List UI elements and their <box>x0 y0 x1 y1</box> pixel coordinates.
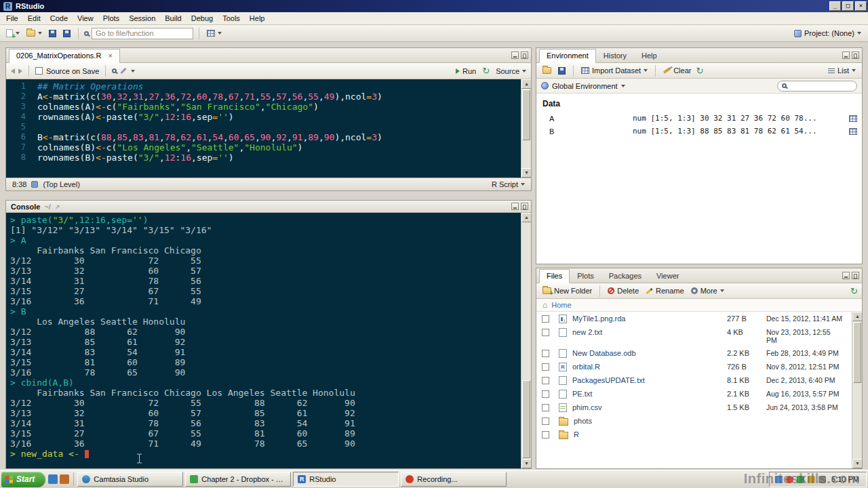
tab-packages[interactable]: Packages <box>601 269 649 283</box>
file-checkbox[interactable] <box>542 390 549 398</box>
new-folder-button[interactable]: New Folder <box>540 285 594 296</box>
menu-tools[interactable]: Tools <box>218 13 245 24</box>
file-checkbox[interactable] <box>542 350 549 357</box>
file-row[interactable]: R <box>536 428 852 441</box>
file-row[interactable]: phim.csv1.5 KBJun 24, 2013, 3:58 PM <box>536 401 852 414</box>
back-icon[interactable] <box>11 68 15 74</box>
file-name[interactable]: PackagesUPDATE.txt <box>572 376 727 384</box>
scroll-down-icon[interactable]: ▼ <box>852 459 862 468</box>
panes-layout-button[interactable] <box>205 28 224 38</box>
file-checkbox[interactable] <box>542 404 549 411</box>
minimize-pane-icon[interactable] <box>842 272 850 279</box>
tab-plots[interactable]: Plots <box>570 269 601 283</box>
goto-file-input[interactable] <box>92 28 193 39</box>
tab-environment[interactable]: Environment <box>539 49 596 63</box>
menu-edit[interactable]: Edit <box>23 13 45 24</box>
window-close-button[interactable]: × <box>855 1 867 11</box>
file-row[interactable]: PackagesUPDATE.txt8.1 KBDec 2, 2013, 6:4… <box>536 373 852 387</box>
file-name[interactable]: PE.txt <box>572 390 727 398</box>
file-checkbox[interactable] <box>542 329 549 336</box>
file-checkbox[interactable] <box>542 418 549 425</box>
global-environment-selector[interactable]: Global Environment <box>552 82 618 90</box>
close-tab-icon[interactable]: × <box>108 52 112 60</box>
open-file-button[interactable] <box>24 28 44 38</box>
file-name[interactable]: MyTile1.png.rda <box>572 314 727 323</box>
file-row[interactable]: MyTile1.png.rda277 BDec 15, 2012, 11:41 … <box>536 312 852 325</box>
scroll-down-icon[interactable]: ▼ <box>521 459 531 468</box>
tab-help[interactable]: Help <box>634 49 665 63</box>
file-row[interactable]: orbital.R726 BNov 8, 2012, 12:51 PM <box>536 360 852 373</box>
minimize-pane-icon[interactable] <box>842 52 850 59</box>
refresh-icon[interactable]: ↻ <box>696 66 703 75</box>
window-minimize-button[interactable]: _ <box>829 1 841 11</box>
save-button[interactable] <box>47 28 58 39</box>
scroll-up-icon[interactable]: ▲ <box>521 79 531 89</box>
taskbar-button-rstudio[interactable]: RStudio <box>293 472 399 487</box>
list-view-button[interactable]: List <box>826 65 858 76</box>
tab-files[interactable]: Files <box>539 269 570 283</box>
clear-button[interactable]: Clear <box>661 65 693 76</box>
more-button[interactable]: More <box>689 285 726 296</box>
menu-debug[interactable]: Debug <box>186 13 218 24</box>
scroll-up-icon[interactable]: ▲ <box>852 312 862 321</box>
view-data-icon[interactable] <box>849 128 857 135</box>
file-name[interactable]: orbital.R <box>572 363 727 371</box>
open-in-window-icon[interactable]: ↗ <box>55 203 60 210</box>
scope-selector[interactable]: (Top Level) <box>43 180 79 188</box>
menu-session[interactable]: Session <box>124 13 160 24</box>
tab-history[interactable]: History <box>596 49 634 63</box>
import-dataset-button[interactable]: Import Dataset <box>579 65 650 76</box>
file-name[interactable]: New Database.odb <box>572 349 727 357</box>
project-selector[interactable]: Project: (None) <box>794 29 864 37</box>
scrollbar-thumb[interactable] <box>522 89 530 140</box>
scrollbar-thumb[interactable] <box>522 380 530 458</box>
source-button[interactable]: Source <box>496 67 526 75</box>
file-row[interactable]: PE.txt2.1 KBAug 16, 2013, 5:57 PM <box>536 387 852 401</box>
console-scrollbar[interactable]: ▲ ▼ <box>521 213 531 468</box>
find-icon[interactable] <box>112 68 117 73</box>
code-tools-icon[interactable] <box>120 67 127 75</box>
files-scrollbar[interactable]: ▲ ▼ <box>852 312 862 468</box>
scroll-up-icon[interactable]: ▲ <box>521 213 531 222</box>
file-row[interactable]: new 2.txt4 KBNov 23, 2013, 12:55 PM <box>536 325 852 346</box>
file-name[interactable]: R <box>574 430 728 439</box>
menu-view[interactable]: View <box>73 13 98 24</box>
maximize-pane-icon[interactable] <box>521 203 528 210</box>
env-object-row[interactable]: Bnum [1:5, 1:3] 88 85 83 81 78 62 61 54.… <box>536 125 862 138</box>
source-on-save-checkbox[interactable] <box>35 67 43 75</box>
minimize-pane-icon[interactable] <box>511 203 519 210</box>
rename-button[interactable]: Rename <box>644 285 686 296</box>
run-button[interactable]: Run <box>456 67 476 75</box>
file-name[interactable]: phim.csv <box>572 403 727 411</box>
file-checkbox[interactable] <box>542 377 549 384</box>
menu-code[interactable]: Code <box>45 13 73 24</box>
file-checkbox[interactable] <box>542 431 549 439</box>
env-object-row[interactable]: Anum [1:5, 1:3] 30 32 31 27 36 72 60 78.… <box>536 112 862 125</box>
file-checkbox[interactable] <box>542 315 549 323</box>
view-data-icon[interactable] <box>849 115 857 122</box>
save-all-button[interactable] <box>61 28 73 39</box>
file-row[interactable]: New Database.odb2.2 KBFeb 28, 2013, 4:49… <box>536 346 852 360</box>
load-workspace-button[interactable] <box>540 66 553 75</box>
menu-plots[interactable]: Plots <box>98 13 124 24</box>
taskbar-button-recording[interactable]: Recording... <box>401 472 507 487</box>
start-button[interactable]: Start <box>1 472 45 487</box>
editor-tab[interactable]: 0206_MatrixOperations.R × <box>9 49 120 63</box>
window-maximize-button[interactable]: □ <box>842 1 854 11</box>
taskbar-button-camtasia[interactable]: Camtasia Studio <box>77 472 183 487</box>
scroll-down-icon[interactable]: ▼ <box>521 168 531 178</box>
new-file-button[interactable] <box>4 28 22 39</box>
refresh-icon[interactable]: ↻ <box>850 287 858 296</box>
filetype-selector[interactable]: R Script <box>492 180 525 188</box>
quick-launch-icon[interactable] <box>48 474 58 484</box>
editor-scrollbar[interactable]: ▲ ▼ <box>521 79 531 178</box>
titlebar[interactable]: R RStudio _ □ × <box>0 0 868 12</box>
maximize-pane-icon[interactable] <box>852 272 859 279</box>
file-row[interactable]: phots <box>536 414 852 428</box>
editor-content[interactable]: 12345678 ## Matrix OperationsA<-matrix(c… <box>6 79 531 178</box>
forward-icon[interactable] <box>18 68 22 74</box>
console-body[interactable]: > paste("3/",12:16,sep='')[1] "3/12" "3/… <box>6 213 531 468</box>
quick-launch-icon[interactable] <box>60 474 69 484</box>
scrollbar-thumb[interactable] <box>853 322 861 383</box>
file-checkbox[interactable] <box>542 363 549 371</box>
